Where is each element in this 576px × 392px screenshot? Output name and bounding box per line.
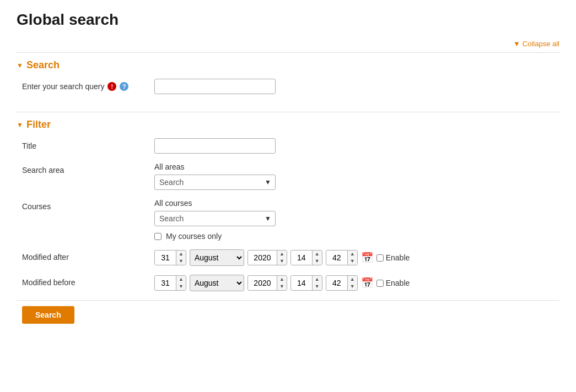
courses-select-wrapper: Search ▼ (154, 211, 276, 226)
title-input[interactable] (154, 138, 276, 154)
search-button[interactable]: Search (22, 306, 74, 324)
search-button-row: Search (17, 300, 559, 324)
modified-before-year-up[interactable]: ▲ (277, 276, 287, 283)
modified-before-enable-wrapper: Enable (376, 279, 410, 287)
modified-after-enable-checkbox[interactable] (376, 254, 384, 262)
modified-before-min-down[interactable]: ▼ (348, 283, 357, 290)
modified-before-min-up[interactable]: ▲ (348, 276, 357, 283)
filter-section-title: Filter (26, 119, 51, 130)
modified-after-day-up[interactable]: ▲ (176, 251, 186, 258)
search-section-header[interactable]: ▼ Search (17, 59, 559, 71)
modified-before-day-input[interactable] (155, 276, 176, 290)
modified-before-hour-input[interactable] (291, 276, 312, 290)
my-courses-checkbox[interactable] (154, 233, 162, 240)
modified-after-month-select[interactable]: January February March April May June Ju… (190, 249, 244, 266)
modified-after-min-input[interactable] (326, 251, 347, 264)
search-chevron-icon: ▼ (17, 62, 23, 69)
search-query-label: Enter your search query ! ? (22, 79, 154, 91)
modified-before-control: ▲ ▼ January February March April May Jun… (154, 275, 559, 291)
collapse-all-label: Collapse all (523, 40, 559, 48)
modified-before-year-input[interactable] (248, 276, 277, 290)
title-row: Title (17, 138, 559, 154)
modified-before-hour-down[interactable]: ▼ (313, 283, 322, 290)
modified-after-hour-up[interactable]: ▲ (313, 251, 322, 258)
modified-after-enable-label[interactable]: Enable (386, 253, 410, 262)
courses-label: Courses (22, 199, 154, 211)
modified-before-year-down[interactable]: ▼ (277, 283, 287, 290)
modified-after-hour-down[interactable]: ▼ (313, 258, 322, 265)
courses-select[interactable]: Search (154, 211, 276, 226)
modified-after-hour-input[interactable] (291, 251, 312, 264)
required-icon: ! (107, 82, 116, 91)
search-query-control (154, 79, 559, 94)
modified-after-day-input[interactable] (155, 251, 176, 264)
search-query-row: Enter your search query ! ? (17, 79, 559, 94)
filter-chevron-icon: ▼ (17, 121, 23, 129)
search-area-control: All areas Search ▼ (154, 162, 559, 190)
search-section-title: Search (26, 59, 60, 71)
search-area-select[interactable]: Search (154, 175, 276, 190)
search-query-label-text: Enter your search query (22, 82, 104, 91)
all-courses-text: All courses (154, 199, 559, 208)
search-query-input[interactable] (154, 79, 276, 94)
filter-section: ▼ Filter Title Search area All areas Sea… (17, 112, 559, 333)
modified-after-min-down[interactable]: ▼ (348, 258, 357, 265)
modified-after-day-down[interactable]: ▼ (176, 258, 186, 265)
modified-before-min-input[interactable] (326, 276, 347, 290)
modified-before-day-spinner: ▲ ▼ (154, 275, 186, 290)
modified-before-year-spinner: ▲ ▼ (247, 275, 287, 290)
courses-control: All courses Search ▼ My courses only (154, 199, 559, 241)
page-title: Global search (17, 11, 559, 29)
modified-after-datetime: ▲ ▼ January February March April May Jun… (154, 249, 559, 266)
modified-before-datetime: ▲ ▼ January February March April May Jun… (154, 275, 559, 291)
modified-after-min-up[interactable]: ▲ (348, 251, 357, 258)
modified-after-day-spinner: ▲ ▼ (154, 250, 186, 265)
title-label: Title (22, 138, 154, 150)
modified-after-row: Modified after ▲ ▼ January February Marc… (17, 249, 559, 266)
courses-row: Courses All courses Search ▼ My courses … (17, 199, 559, 241)
modified-after-calendar-icon[interactable]: 📅 (361, 252, 373, 264)
my-courses-label[interactable]: My courses only (166, 232, 222, 241)
search-section: ▼ Search Enter your search query ! ? (17, 52, 559, 112)
modified-before-hour-up[interactable]: ▲ (313, 276, 322, 283)
filter-section-header[interactable]: ▼ Filter (17, 119, 559, 130)
modified-after-label: Modified after (22, 249, 154, 262)
modified-after-year-up[interactable]: ▲ (277, 251, 287, 258)
modified-before-hour-spinner: ▲ ▼ (290, 275, 322, 290)
search-area-row: Search area All areas Search ▼ (17, 162, 559, 190)
modified-after-year-input[interactable] (248, 251, 277, 264)
modified-before-month-select[interactable]: January February March April May June Ju… (190, 275, 244, 291)
help-icon[interactable]: ? (120, 82, 128, 91)
modified-after-year-down[interactable]: ▼ (277, 258, 287, 265)
modified-before-label: Modified before (22, 275, 154, 287)
modified-before-min-spinner: ▲ ▼ (326, 275, 358, 290)
chevron-down-icon: ▼ (513, 40, 520, 48)
modified-before-day-down[interactable]: ▼ (176, 283, 186, 290)
modified-after-control: ▲ ▼ January February March April May Jun… (154, 249, 559, 266)
my-courses-row: My courses only (154, 232, 559, 241)
search-area-select-wrapper: Search ▼ (154, 175, 276, 190)
title-control (154, 138, 559, 154)
search-area-label: Search area (22, 162, 154, 175)
modified-before-calendar-icon[interactable]: 📅 (361, 277, 373, 289)
modified-after-min-spinner: ▲ ▼ (326, 250, 358, 265)
modified-before-row: Modified before ▲ ▼ January February Mar… (17, 275, 559, 291)
modified-after-year-spinner: ▲ ▼ (247, 250, 287, 265)
modified-after-hour-spinner: ▲ ▼ (290, 250, 322, 265)
modified-after-enable-wrapper: Enable (376, 253, 410, 262)
modified-before-enable-label[interactable]: Enable (386, 279, 410, 287)
collapse-all-link[interactable]: ▼ Collapse all (513, 40, 559, 48)
modified-before-enable-checkbox[interactable] (376, 280, 384, 287)
all-areas-text: All areas (154, 162, 559, 171)
modified-before-day-up[interactable]: ▲ (176, 276, 186, 283)
